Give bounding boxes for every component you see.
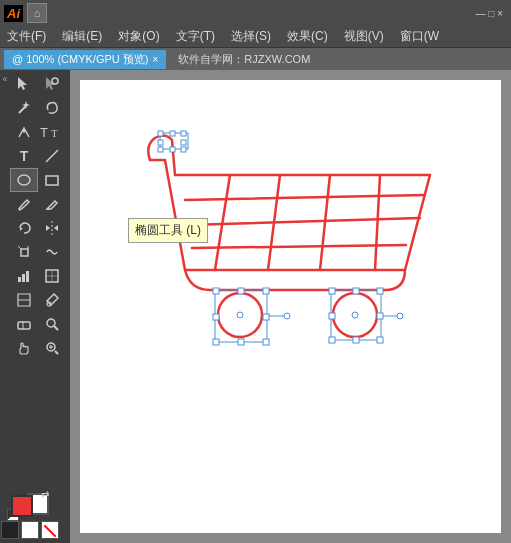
tool-row-8 xyxy=(10,240,70,264)
hand-tool[interactable] xyxy=(10,336,38,360)
svg-rect-67 xyxy=(353,288,359,294)
direct-select-tool[interactable] xyxy=(38,72,66,96)
tool-row-3: T T xyxy=(10,120,70,144)
tool-row-5 xyxy=(10,168,70,192)
menu-select[interactable]: 选择(S) xyxy=(228,26,274,47)
svg-point-74 xyxy=(352,312,358,318)
toolbar-collapse-handle[interactable]: « xyxy=(0,70,10,543)
svg-rect-58 xyxy=(263,314,269,320)
svg-rect-65 xyxy=(331,290,381,340)
tool-row-2 xyxy=(10,96,70,120)
graph-tool[interactable] xyxy=(10,264,38,288)
svg-rect-15 xyxy=(21,249,28,256)
svg-rect-73 xyxy=(377,337,383,343)
svg-point-2 xyxy=(52,78,58,84)
selection-tool[interactable] xyxy=(10,72,38,96)
tool-row-10 xyxy=(10,288,70,312)
svg-line-7 xyxy=(46,150,58,162)
tool-row-11 xyxy=(10,312,70,336)
svg-rect-49 xyxy=(170,131,175,136)
zoom-tool-2[interactable] xyxy=(38,336,66,360)
svg-rect-72 xyxy=(353,337,359,343)
swap-colors-icon[interactable]: ⇄ xyxy=(41,489,49,500)
rectangle-tool[interactable] xyxy=(38,168,66,192)
menu-edit[interactable]: 编辑(E) xyxy=(59,26,105,47)
menu-effect[interactable]: 效果(C) xyxy=(284,26,331,47)
tab-close-button[interactable]: × xyxy=(152,54,158,65)
magic-wand-tool[interactable] xyxy=(10,96,38,120)
svg-line-41 xyxy=(375,175,380,270)
menu-file[interactable]: 文件(F) xyxy=(4,26,49,47)
tool-row-1 xyxy=(10,72,70,96)
window-controls: — □ × xyxy=(476,8,503,19)
canvas-area: 椭圆工具 (L) xyxy=(70,70,511,543)
svg-rect-27 xyxy=(18,322,30,329)
pencil-tool[interactable] xyxy=(38,192,66,216)
svg-marker-0 xyxy=(18,77,27,90)
svg-line-16 xyxy=(18,246,21,249)
svg-rect-71 xyxy=(329,337,335,343)
zoom-tool[interactable] xyxy=(38,312,66,336)
svg-line-40 xyxy=(320,175,330,270)
paintbrush-tool[interactable] xyxy=(10,192,38,216)
menu-text[interactable]: 文字(T) xyxy=(173,26,218,47)
svg-point-76 xyxy=(397,313,403,319)
svg-rect-51 xyxy=(158,140,163,145)
svg-point-62 xyxy=(237,312,243,318)
type-tool[interactable]: T T xyxy=(38,120,66,144)
svg-point-29 xyxy=(47,319,55,327)
color-bottom-bar: ⇄ xyxy=(10,493,60,543)
main-area: « T T xyxy=(0,70,511,543)
pen-tool[interactable] xyxy=(10,120,38,144)
reflect-tool[interactable] xyxy=(38,216,66,240)
svg-point-64 xyxy=(284,313,290,319)
warp-tool[interactable] xyxy=(38,240,66,264)
black-swatch[interactable] xyxy=(10,521,19,539)
svg-rect-61 xyxy=(263,339,269,345)
fill-swatch[interactable] xyxy=(11,495,33,517)
home-button[interactable]: ⌂ xyxy=(27,3,47,23)
svg-rect-50 xyxy=(170,147,175,152)
svg-line-3 xyxy=(19,106,26,113)
tool-row-9 xyxy=(10,264,70,288)
eraser-tool[interactable] xyxy=(10,312,38,336)
svg-rect-53 xyxy=(215,290,267,342)
svg-rect-19 xyxy=(22,274,25,282)
line-segment-tool[interactable] xyxy=(38,144,66,168)
scale-tool[interactable] xyxy=(10,240,38,264)
rotate-tool[interactable] xyxy=(10,216,38,240)
document-tab[interactable]: @ 100% (CMYK/GPU 预览) × xyxy=(4,50,166,69)
svg-rect-70 xyxy=(377,313,383,319)
svg-rect-66 xyxy=(329,288,335,294)
svg-rect-52 xyxy=(181,140,186,145)
website-label: 软件自学网：RJZXW.COM xyxy=(178,52,310,67)
canvas-background[interactable] xyxy=(80,80,501,533)
ellipse-tool[interactable] xyxy=(10,168,38,192)
svg-rect-55 xyxy=(238,288,244,294)
menu-view[interactable]: 视图(V) xyxy=(341,26,387,47)
svg-rect-46 xyxy=(181,131,186,136)
eyedropper-tool[interactable] xyxy=(38,288,66,312)
white-swatch[interactable] xyxy=(21,521,39,539)
svg-marker-13 xyxy=(46,225,50,231)
toolbar: T T T xyxy=(10,70,70,543)
tab-label: @ 100% (CMYK/GPU 预览) xyxy=(12,52,148,67)
svg-rect-60 xyxy=(238,339,244,345)
svg-rect-59 xyxy=(213,339,219,345)
none-swatch[interactable] xyxy=(41,521,59,539)
menu-object[interactable]: 对象(O) xyxy=(115,26,162,47)
lasso-tool[interactable] xyxy=(38,96,66,120)
type-tool-btn[interactable]: T xyxy=(10,144,38,168)
tab-bar: @ 100% (CMYK/GPU 预览) × 软件自学网：RJZXW.COM xyxy=(0,48,511,70)
svg-text:T: T xyxy=(51,127,58,139)
svg-line-30 xyxy=(54,326,58,330)
artboard-tool[interactable] xyxy=(38,264,66,288)
collapse-arrows-icon: « xyxy=(2,74,7,84)
tool-row-6 xyxy=(10,192,70,216)
svg-line-32 xyxy=(55,351,58,354)
slice-tool[interactable] xyxy=(10,288,38,312)
menu-window[interactable]: 窗口(W xyxy=(397,26,442,47)
shopping-cart-artwork xyxy=(110,100,450,400)
svg-point-5 xyxy=(23,130,26,133)
svg-rect-47 xyxy=(158,147,163,152)
